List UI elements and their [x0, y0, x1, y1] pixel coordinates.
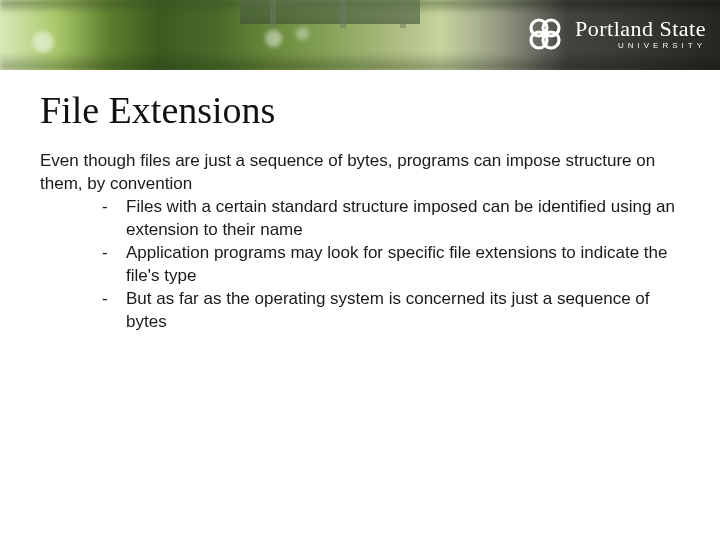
header-banner: Portland State UNIVERSITY: [0, 0, 720, 70]
banner-photo-decoration: [340, 0, 346, 28]
university-logo: Portland State UNIVERSITY: [525, 14, 706, 54]
logo-text-sub: UNIVERSITY: [575, 42, 706, 50]
banner-photo-decoration: [270, 0, 276, 28]
interlocking-rings-icon: [525, 14, 565, 54]
slide: Portland State UNIVERSITY File Extension…: [0, 0, 720, 540]
slide-content: File Extensions Even though files are ju…: [0, 70, 720, 334]
bullet-item: Application programs may look for specif…: [102, 242, 680, 288]
slide-title: File Extensions: [40, 88, 680, 132]
slide-body: Even though files are just a sequence of…: [40, 150, 680, 334]
logo-text: Portland State UNIVERSITY: [575, 18, 706, 50]
banner-photo-decoration: [240, 0, 420, 24]
logo-text-main: Portland State: [575, 18, 706, 40]
intro-paragraph: Even though files are just a sequence of…: [40, 150, 680, 196]
banner-photo-decoration: [400, 0, 406, 28]
bullet-item: But as far as the operating system is co…: [102, 288, 680, 334]
bullet-item: Files with a certain standard structure …: [102, 196, 680, 242]
bullet-list: Files with a certain standard structure …: [40, 196, 680, 334]
